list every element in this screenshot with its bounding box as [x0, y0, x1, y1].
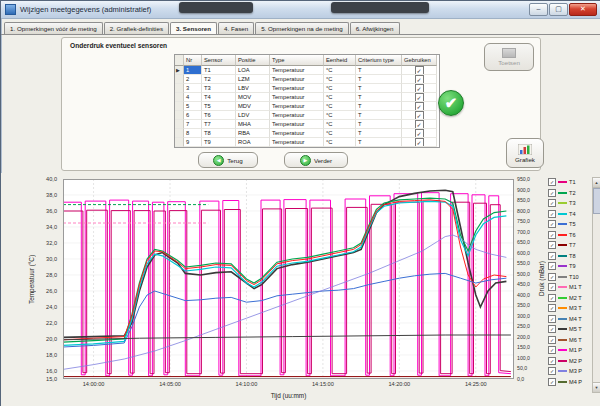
series-T5 — [63, 273, 506, 347]
legend-checkbox[interactable]: ✓ — [548, 220, 556, 228]
table-cell: MDV — [236, 102, 270, 111]
column-header[interactable]: Eenheid — [324, 55, 356, 66]
toetsen-button[interactable]: Toetsen — [484, 43, 534, 71]
legend-checkbox[interactable]: ✓ — [548, 262, 556, 270]
legend-checkbox[interactable]: ✓ — [548, 315, 556, 323]
legend-checkbox[interactable]: ✓ — [548, 252, 556, 260]
column-header[interactable]: Positie — [236, 55, 270, 66]
legend-item[interactable]: ✓M2 P — [548, 356, 591, 367]
terug-button[interactable]: ◀ Terug — [198, 152, 258, 168]
legend-checkbox[interactable]: ✓ — [548, 336, 556, 344]
legend-label: T7 — [569, 242, 576, 248]
legend-item[interactable]: ✓T3 — [548, 198, 591, 209]
tab-2[interactable]: 2. Grafiek-definities — [104, 22, 169, 34]
table-row[interactable]: 4T4MOVTemperatuur°CT✓ — [175, 93, 439, 102]
scroll-up-icon[interactable]: ▲ — [593, 178, 600, 188]
legend-item[interactable]: ✓T7 — [548, 240, 591, 251]
legend-checkbox[interactable]: ✓ — [548, 325, 556, 333]
legend-checkbox[interactable]: ✓ — [548, 346, 556, 354]
scroll-down-icon[interactable]: ▼ — [593, 382, 600, 392]
table-row[interactable]: 6T6LDVTemperatuur°CT✓ — [175, 111, 439, 120]
legend-item[interactable]: ✓T5 — [548, 219, 591, 230]
verder-button[interactable]: ▶ Verder — [284, 152, 348, 168]
legend-item[interactable]: ✓M1 T — [548, 282, 591, 293]
legend-checkbox[interactable]: ✓ — [548, 241, 556, 249]
maximize-button[interactable]: ▢ — [549, 3, 568, 16]
grafiek-button[interactable]: Grafiek — [506, 138, 544, 168]
legend-checkbox[interactable]: ✓ — [548, 273, 556, 281]
table-cell: Temperatuur — [270, 66, 324, 75]
legend-item[interactable]: ✓T8 — [548, 251, 591, 262]
legend-item[interactable]: ✓M4 T — [548, 314, 591, 325]
gebruiken-checkbox[interactable]: ✓ — [415, 120, 424, 129]
legend-checkbox[interactable]: ✓ — [548, 367, 556, 375]
legend-checkbox[interactable]: ✓ — [548, 210, 556, 218]
table-row[interactable]: 3T3LBVTemperatuur°CT✓ — [175, 84, 439, 93]
legend-label: M6 T — [569, 337, 582, 343]
background-overlay-button[interactable] — [331, 2, 429, 13]
column-header[interactable]: Criterium type — [356, 55, 402, 66]
gebruiken-checkbox[interactable]: ✓ — [415, 75, 424, 84]
title-bar[interactable]: Wijzigen meetgegevens (administratief) –… — [1, 1, 600, 19]
minimize-button[interactable]: – — [529, 3, 548, 16]
legend-label: T5 — [569, 221, 576, 227]
gebruiken-checkbox[interactable]: ✓ — [415, 84, 424, 93]
tab-4[interactable]: 4. Fasen — [218, 22, 254, 34]
background-overlay-button[interactable] — [179, 2, 253, 13]
legend-item[interactable]: ✓T9 — [548, 261, 591, 272]
legend-color-swatch — [558, 328, 567, 330]
column-header[interactable]: Type — [270, 55, 324, 66]
scrollbar-thumb[interactable] — [593, 188, 600, 214]
table-row[interactable]: 5T5MDVTemperatuur°CT✓ — [175, 102, 439, 111]
legend-checkbox[interactable]: ✓ — [548, 294, 556, 302]
column-header[interactable]: Nr — [184, 55, 202, 66]
legend-checkbox[interactable]: ✓ — [548, 199, 556, 207]
table-row[interactable]: 9T9ROATemperatuur°CT✓ — [175, 138, 439, 147]
legend-item[interactable]: ✓M5 T — [548, 324, 591, 335]
legend-checkbox[interactable]: ✓ — [548, 178, 556, 186]
sensor-table: NrSensorPositieTypeEenheidCriterium type… — [174, 54, 440, 148]
legend-item[interactable]: ✓M4 P — [548, 377, 591, 388]
table-cell: T6 — [202, 111, 236, 120]
legend-checkbox[interactable]: ✓ — [548, 231, 556, 239]
tab-1[interactable]: 1. Opmerkingen vóór de meting — [4, 22, 103, 34]
legend-item[interactable]: ✓M3 P — [548, 366, 591, 377]
legend-scrollbar[interactable]: ▲ ▼ — [592, 177, 600, 393]
table-cell: 3 — [184, 84, 202, 93]
table-row[interactable]: 2T2LZMTemperatuur°CT✓ — [175, 75, 439, 84]
table-cell: LDV — [236, 111, 270, 120]
legend-item[interactable]: ✓T10 — [548, 272, 591, 283]
y-axis-left-title: Temperatuur (°C) — [26, 179, 36, 379]
legend-item[interactable]: ✓M3 T — [548, 303, 591, 314]
legend-item[interactable]: ✓T1 — [548, 177, 591, 188]
legend-checkbox[interactable]: ✓ — [548, 378, 556, 386]
legend-checkbox[interactable]: ✓ — [548, 283, 556, 291]
table-row[interactable]: 8T8RBATemperatuur°CT✓ — [175, 129, 439, 138]
table-row[interactable]: 7T7MHATemperatuur°CT✓ — [175, 120, 439, 129]
legend-color-swatch — [558, 349, 567, 351]
gebruiken-checkbox[interactable]: ✓ — [415, 102, 424, 111]
legend-item[interactable]: ✓M2 T — [548, 293, 591, 304]
gebruiken-checkbox[interactable]: ✓ — [415, 93, 424, 102]
legend-item[interactable]: ✓M6 T — [548, 335, 591, 346]
column-header[interactable]: Gebruiken — [402, 55, 437, 66]
legend-checkbox[interactable]: ✓ — [548, 357, 556, 365]
gebruiken-checkbox[interactable]: ✓ — [415, 138, 424, 147]
table-cell: T7 — [202, 120, 236, 129]
legend-item[interactable]: ✓T6 — [548, 230, 591, 241]
tab-5[interactable]: 5. Opmerkingen na de meting — [255, 22, 349, 34]
gebruiken-checkbox[interactable]: ✓ — [415, 129, 424, 138]
close-button[interactable]: ✕ — [569, 3, 597, 16]
legend-checkbox[interactable]: ✓ — [548, 304, 556, 312]
tab-6[interactable]: 6. Afwijkingen — [350, 22, 400, 34]
gebruiken-checkbox[interactable]: ✓ — [415, 111, 424, 120]
table-cell: LBV — [236, 84, 270, 93]
legend-item[interactable]: ✓T4 — [548, 209, 591, 220]
legend-item[interactable]: ✓T2 — [548, 188, 591, 199]
table-row[interactable]: ▶1T1LOATemperatuur°CT✓ — [175, 66, 439, 75]
gebruiken-checkbox[interactable]: ✓ — [415, 66, 424, 75]
column-header[interactable]: Sensor — [202, 55, 236, 66]
table-cell: Temperatuur — [270, 111, 324, 120]
legend-item[interactable]: ✓M1 P — [548, 345, 591, 356]
legend-checkbox[interactable]: ✓ — [548, 189, 556, 197]
